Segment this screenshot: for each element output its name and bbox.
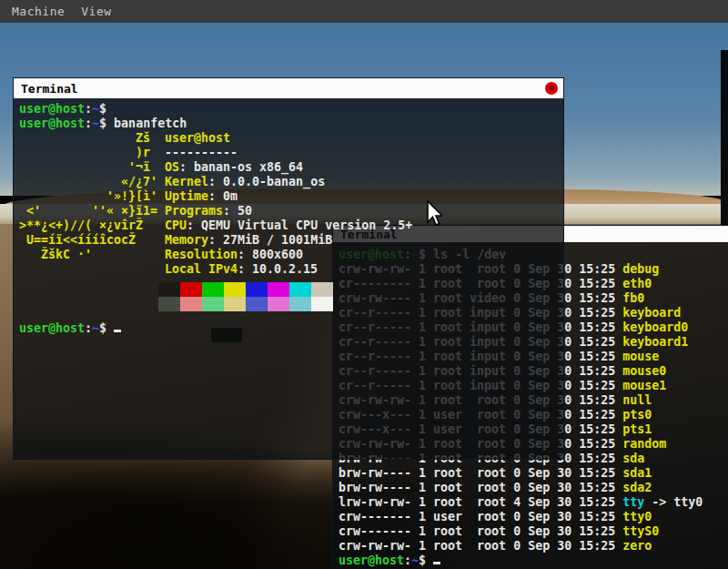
ls-row: crw-rw-rw- 1 root root 0 Sep 30 15:25 ze… — [339, 539, 728, 554]
palette-swatch — [202, 282, 224, 297]
fetch-info-line: Uptime: 0m — [165, 189, 412, 204]
terminal1-prompt-2: user@host:~$ bananfetch — [19, 117, 187, 131]
ls-row: lrw-rw-rw- 1 root root 4 Sep 30 15:25 tt… — [339, 495, 728, 510]
text-cursor — [114, 330, 121, 332]
terminal-window-1[interactable]: Terminal user@host:~$ user@host:~$ banan… — [13, 77, 564, 460]
palette-row-bright — [158, 297, 333, 311]
vm-menubar: Machine View — [0, 0, 728, 23]
color-palette — [158, 282, 333, 311]
ls-row: crw------- 1 root root 0 Sep 30 15:25 tt… — [339, 524, 728, 539]
terminal2-prompt-line: user@host:~$ — [339, 554, 728, 568]
mouse-pointer-icon — [424, 200, 442, 228]
palette-swatch — [246, 282, 268, 297]
fetch-info-line: Resolution: 800x600 — [165, 248, 412, 262]
terminal1-titlebar[interactable]: Terminal — [14, 78, 563, 98]
palette-swatch — [224, 282, 246, 297]
palette-swatch — [311, 297, 333, 311]
palette-swatch — [202, 297, 224, 311]
fetch-art: Zš )r '¬ï «/¿7' '»!}[ì' <' ''« ×}ï1= >**… — [19, 131, 157, 262]
terminal1-prompt-3: user@host:~$ — [19, 321, 121, 336]
palette-swatch — [268, 297, 289, 311]
ls-row: crw------- 1 user root 0 Sep 30 15:25 tt… — [339, 510, 728, 524]
fetch-info-line: Kernel: 0.0.0-banan_os — [165, 175, 412, 189]
palette-swatch — [246, 297, 268, 311]
vm-screen: Machine View Terminal user@host:~$ ls -l… — [0, 0, 728, 569]
terminal1-title: Terminal — [21, 82, 78, 96]
text-cursor — [433, 562, 440, 564]
palette-swatch — [180, 282, 202, 297]
wallpaper-dark-edge — [721, 50, 728, 229]
palette-swatch — [289, 282, 311, 297]
fetch-info-line: CPU: QEMU Virtual CPU version 2.5+ — [165, 218, 412, 233]
menu-view[interactable]: View — [81, 5, 111, 18]
fetch-info: user@host----------OS: banan-os x86_64Ke… — [165, 131, 412, 277]
palette-swatch — [224, 297, 246, 311]
ls-row: brw-rw---- 1 root root 0 Sep 30 15:25 sd… — [339, 481, 728, 495]
palette-row-normal — [158, 282, 333, 297]
terminal1-content[interactable]: user@host:~$ user@host:~$ bananfetch Zš … — [14, 98, 563, 459]
palette-swatch — [158, 282, 180, 297]
palette-swatch — [158, 297, 180, 311]
fetch-info-line: Memory: 27MiB / 1001MiB — [165, 233, 412, 248]
close-button[interactable] — [545, 82, 558, 95]
ls-row: brw-rw---- 1 root root 0 Sep 30 15:25 sd… — [339, 466, 728, 481]
palette-swatch — [289, 297, 311, 311]
palette-swatch — [180, 297, 202, 311]
palette-swatch — [268, 282, 289, 297]
fetch-info-line: user@host — [165, 131, 412, 146]
fetch-info-line: Programs: 50 — [165, 204, 412, 218]
palette-swatch — [311, 282, 333, 297]
fetch-info-line: OS: banan-os x86_64 — [165, 160, 412, 175]
fetch-info-line: ---------- — [165, 146, 412, 160]
terminal1-prompt-1: user@host:~$ — [19, 102, 114, 117]
fetch-info-line: Local IPv4: 10.0.2.15 — [165, 262, 412, 277]
menu-machine[interactable]: Machine — [12, 5, 65, 18]
